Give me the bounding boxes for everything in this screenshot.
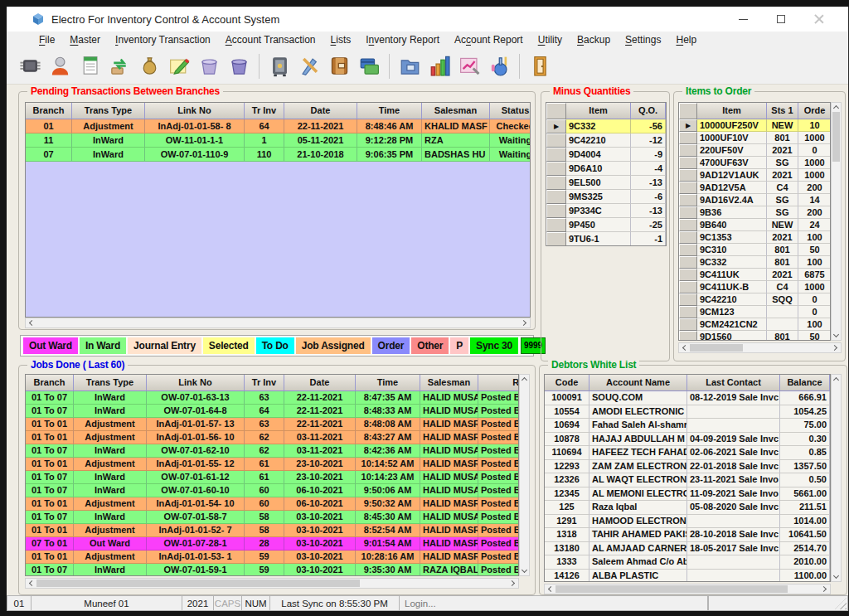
table-row[interactable]: 1318TAHIR AHAMED PAKIS28-10-2018 Sale In… [545, 528, 831, 542]
table-row[interactable]: 07InWardOW-07-01-110-911021-10-20189:06:… [26, 148, 531, 162]
column-header-last-contact[interactable]: Last Contact [687, 375, 780, 391]
menu-item-inventory-report[interactable]: Inventory Report [358, 32, 447, 48]
table-row[interactable]: 01 To 01AdjustmentInAdj-01-01-53- 15903-… [26, 551, 519, 564]
table-row[interactable]: 9CM1230 [679, 306, 831, 318]
flask-chart-icon[interactable] [484, 51, 514, 82]
table-row[interactable]: 9C332801100 [679, 256, 831, 269]
column-header-q-o-[interactable]: Q.O. [631, 103, 666, 119]
scroll-left-arrow[interactable] [26, 318, 36, 327]
table-row[interactable]: 01 To 01AdjustmentInAdj-01-01-57- 136322… [26, 418, 519, 431]
row-selector[interactable] [679, 293, 697, 306]
table-row[interactable]: 12326AL WAQT ELECTRONI23-11-2021 Sale In… [545, 473, 831, 487]
cards-icon[interactable] [354, 51, 384, 82]
table-row[interactable]: 9CM2421CN2100 [679, 318, 831, 331]
horizontal-scrollbar[interactable] [25, 318, 531, 328]
row-selector[interactable] [679, 231, 697, 244]
menu-item-account-transaction[interactable]: Account Transaction [218, 32, 323, 48]
column-header-tr-inv[interactable]: Tr Inv [245, 375, 284, 391]
column-header-link-no[interactable]: Link No [147, 375, 245, 391]
table-row[interactable]: 9D4004-9 [546, 148, 667, 162]
menu-item-account-report[interactable]: Account Report [447, 32, 531, 48]
scrollbar-thumb[interactable] [690, 344, 743, 352]
row-selector[interactable] [679, 144, 697, 157]
row-selector[interactable] [546, 162, 566, 176]
table-row[interactable]: 01 To 01AdjustmentInAdj-01-01-52- 75803-… [26, 524, 519, 537]
table-row[interactable]: 01 To 07InWardOW-07-01-61-126123-10-2021… [26, 471, 519, 484]
row-selector[interactable] [679, 331, 697, 341]
table-row[interactable]: 9D156080150 [679, 331, 831, 341]
row-selector[interactable] [546, 232, 566, 246]
table-row[interactable]: 9AD12V1AUK20211000 [679, 169, 831, 182]
table-row[interactable]: 9AD16V2.4ASG14 [679, 194, 831, 206]
table-row[interactable]: 110694HAFEEZ TECH FAHAD02-06-2021 Sale I… [545, 446, 831, 460]
scroll-right-arrow[interactable] [507, 579, 518, 588]
row-selector[interactable] [679, 182, 697, 194]
scroll-right-arrow[interactable] [519, 318, 530, 327]
menu-item-help[interactable]: Help [668, 32, 704, 48]
vertical-scrollbar[interactable] [831, 374, 842, 582]
row-selector[interactable] [679, 269, 697, 281]
scroll-left-arrow[interactable] [679, 343, 690, 352]
table-row[interactable]: 9TU6-1-1 [546, 232, 667, 246]
column-header-balance[interactable]: Balance [780, 375, 830, 391]
table-row[interactable]: 11InWardOW-11-01-1-1105-11-20219:12:28 P… [26, 133, 531, 148]
table-row[interactable]: 9P334C-13 [546, 204, 667, 218]
table-row[interactable]: 9C31080150 [679, 244, 831, 256]
table-row[interactable]: 9B640NEW24 [679, 219, 831, 231]
scrollbar-thumb[interactable] [555, 585, 788, 593]
horizontal-scrollbar[interactable] [544, 584, 831, 594]
scroll-up-arrow[interactable] [831, 103, 842, 112]
menu-item-lists[interactable]: Lists [323, 32, 359, 48]
scroll-left-arrow[interactable] [545, 584, 555, 594]
table-row[interactable]: 01 To 07InWardOW-07-01-62-106203-11-2021… [26, 444, 519, 458]
column-header-account-name[interactable]: Account Name [589, 375, 687, 391]
folder-computer-icon[interactable] [395, 51, 424, 82]
tools-icon[interactable] [294, 51, 324, 82]
close-button[interactable] [800, 7, 838, 32]
row-selector[interactable] [546, 148, 566, 162]
table-row[interactable]: 14126ALBA PLASTIC1100.00 [545, 570, 831, 583]
basket-light-icon[interactable] [194, 51, 224, 82]
row-selector[interactable]: ▶ [679, 119, 697, 132]
column-header-date[interactable]: Date [284, 375, 356, 391]
row-selector[interactable] [679, 206, 697, 219]
column-header-remarks[interactable]: Remarks [478, 375, 519, 391]
column-header-trans-type[interactable]: Trans Type [72, 103, 145, 119]
column-header-date[interactable]: Date [284, 103, 357, 119]
scrollbar-thumb[interactable] [36, 580, 360, 587]
user-icon[interactable] [45, 51, 75, 82]
table-row[interactable]: 01 To 07InWardOW-07-01-59-15903-10-20219… [26, 564, 519, 576]
column-header-code[interactable]: Code [545, 375, 589, 391]
scroll-down-arrow[interactable] [519, 566, 530, 575]
column-header-salesman[interactable]: Salesman [420, 375, 478, 391]
vertical-scrollbar[interactable] [831, 102, 842, 341]
column-header-sts-1[interactable]: Sts 1 [767, 103, 798, 119]
exit-door-icon[interactable] [525, 51, 555, 82]
menu-item-settings[interactable]: Settings [618, 32, 668, 48]
menu-item-inventory-transaction[interactable]: Inventory Transaction [108, 32, 218, 48]
invoice-icon[interactable] [75, 51, 104, 82]
menu-item-backup[interactable]: Backup [570, 32, 618, 48]
table-row[interactable]: 10878HAJAJ ABDULLAH M04-09-2019 Sale Inv… [545, 433, 831, 447]
column-header-orde[interactable]: Orde [798, 103, 831, 119]
table-row[interactable]: 13180AL AMJAAD CARNER18-05-2017 Sale Inv… [545, 542, 831, 556]
table-row[interactable]: 01 To 07InWardOW-07-01-63-136322-11-2021… [26, 391, 519, 405]
table-row[interactable]: 9C411UK20216875 [679, 269, 831, 281]
column-header-branch[interactable]: Branch [26, 103, 72, 119]
scroll-right-arrow[interactable] [819, 584, 830, 594]
row-selector[interactable] [546, 133, 566, 148]
table-row[interactable]: 07 To 01Out WardOW-01-07-28-12803-10-202… [26, 537, 519, 551]
column-header-time[interactable]: Time [356, 375, 420, 391]
table-row[interactable]: 9C411UK-BC41000 [679, 281, 831, 293]
safe-icon[interactable] [264, 51, 294, 82]
row-selector[interactable] [546, 176, 566, 190]
minimize-button[interactable] [724, 7, 762, 32]
scrollbar-thumb[interactable] [832, 112, 840, 162]
table-row[interactable]: 01 To 01AdjustmentInAdj-01-01-54- 106006… [26, 497, 519, 511]
table-row[interactable]: 01 To 01AdjustmentInAdj-01-01-56- 106203… [26, 431, 519, 444]
table-row[interactable]: 9B36SG200 [679, 206, 831, 219]
scroll-right-arrow[interactable] [830, 343, 841, 352]
table-row[interactable]: 01 To 07InWardOW-07-01-64-86422-11-20218… [26, 405, 519, 418]
scroll-left-arrow[interactable] [26, 579, 36, 588]
basket-dark-icon[interactable] [224, 51, 254, 82]
